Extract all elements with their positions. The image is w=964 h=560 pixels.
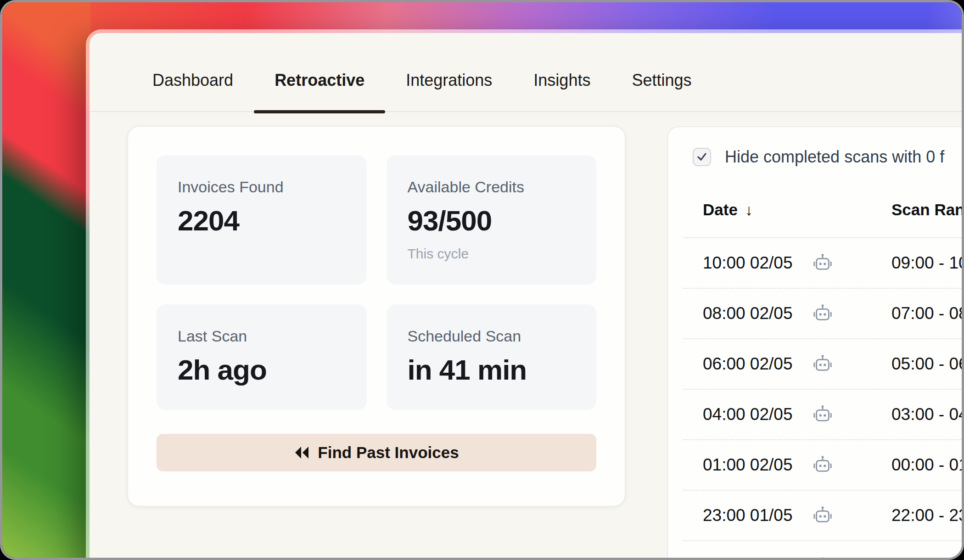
stat-label: Available Credits	[408, 177, 576, 196]
tab-label: Dashboard	[152, 71, 233, 90]
tab-insights[interactable]: Insights	[513, 50, 611, 111]
tab-label: Integrations	[406, 71, 492, 90]
rewind-icon	[294, 446, 309, 459]
scan-rows: 10:00 02/05 09:00 - 10:00 08:00 02/05 07…	[668, 238, 964, 560]
stat-value: 93/500	[408, 203, 576, 239]
robot-icon	[812, 353, 833, 375]
scan-range: 09:00 - 10:00	[891, 253, 964, 273]
scan-row[interactable]: 10:00 02/05 09:00 - 10:00	[684, 238, 964, 289]
app-surface: Dashboard Retroactive Integrations Insig…	[90, 33, 964, 560]
sort-descending-icon: ↓	[745, 201, 753, 219]
scan-row[interactable]: 06:00 02/05 05:00 - 06:00	[684, 339, 964, 390]
scan-date: 08:00 02/05	[703, 304, 812, 323]
scan-range: 22:00 - 23:00	[891, 506, 964, 525]
tab-integrations[interactable]: Integrations	[385, 50, 513, 111]
scan-range: 05:00 - 06:00	[891, 354, 964, 374]
robot-icon	[812, 505, 833, 526]
screenshot-frame: Dashboard Retroactive Integrations Insig…	[0, 0, 964, 560]
tab-label: Insights	[533, 71, 590, 90]
scans-card: Hide completed scans with 0 f Date ↓ Sca…	[667, 126, 964, 560]
column-header-date[interactable]: Date ↓	[703, 201, 891, 219]
robot-icon	[812, 454, 833, 476]
stats-card: Invoices Found 2204 Available Credits 93…	[127, 126, 626, 507]
stat-label: Invoices Found	[178, 177, 346, 196]
scan-date: 22:00 01/05	[703, 557, 812, 560]
checkmark-icon	[696, 151, 708, 163]
find-past-invoices-button[interactable]: Find Past Invoices	[157, 434, 596, 471]
scan-date: 04:00 02/05	[703, 405, 812, 424]
stat-tile: Invoices Found 2204	[157, 155, 367, 285]
scan-date: 23:00 01/05	[703, 506, 812, 525]
scan-row[interactable]: 08:00 02/05 07:00 - 08:00	[684, 289, 964, 339]
tab-label: Settings	[632, 71, 691, 90]
stat-tile: Scheduled Scan in 41 min	[387, 304, 597, 410]
scan-date: 06:00 02/05	[703, 354, 812, 374]
tab-settings[interactable]: Settings	[611, 50, 712, 111]
hide-completed-filter[interactable]: Hide completed scans with 0 f	[668, 127, 964, 167]
tab-bar: Dashboard Retroactive Integrations Insig…	[90, 33, 964, 112]
desktop-wallpaper-left	[2, 2, 90, 558]
tab-dashboard[interactable]: Dashboard	[132, 50, 254, 111]
stat-value: in 41 min	[408, 352, 576, 388]
find-past-invoices-label: Find Past Invoices	[318, 443, 459, 462]
checkbox-checked[interactable]	[693, 148, 711, 166]
table-header: Date ↓ Scan Range	[703, 201, 964, 219]
tab-label: Retroactive	[275, 71, 364, 90]
date-header-label: Date	[703, 201, 738, 219]
scan-row[interactable]: 04:00 02/05 03:00 - 04:00	[684, 390, 964, 440]
stat-tiles: Invoices Found 2204 Available Credits 93…	[128, 127, 625, 410]
stat-value: 2h ago	[178, 352, 346, 388]
scan-range: 00:00 - 01:00	[891, 455, 964, 475]
scan-range: 21:00 - 22:00	[891, 557, 964, 560]
robot-icon	[812, 303, 833, 324]
scan-row[interactable]: 22:00 01/05 21:00 - 22:00	[684, 541, 964, 560]
scan-range: 03:00 - 04:00	[891, 405, 964, 424]
stat-tile: Last Scan 2h ago	[157, 304, 367, 410]
app-window: Dashboard Retroactive Integrations Insig…	[86, 29, 964, 560]
stat-tile: Available Credits 93/500 This cycle	[387, 155, 597, 285]
robot-icon	[812, 556, 833, 560]
stat-label: Last Scan	[178, 326, 346, 346]
robot-icon	[812, 252, 833, 274]
scan-date: 10:00 02/05	[703, 253, 812, 273]
column-header-scan-range[interactable]: Scan Range	[891, 201, 964, 219]
scan-row[interactable]: 23:00 01/05 22:00 - 23:00	[684, 491, 964, 541]
stat-subtext: This cycle	[408, 245, 576, 263]
robot-icon	[812, 404, 833, 425]
scan-range: 07:00 - 08:00	[891, 304, 964, 323]
stat-value: 2204	[178, 203, 346, 239]
scan-row[interactable]: 01:00 02/05 00:00 - 01:00	[684, 440, 964, 491]
stat-label: Scheduled Scan	[408, 326, 576, 346]
tab-retroactive[interactable]: Retroactive	[254, 50, 385, 111]
scan-date: 01:00 02/05	[703, 455, 812, 475]
filter-label: Hide completed scans with 0 f	[725, 147, 944, 167]
